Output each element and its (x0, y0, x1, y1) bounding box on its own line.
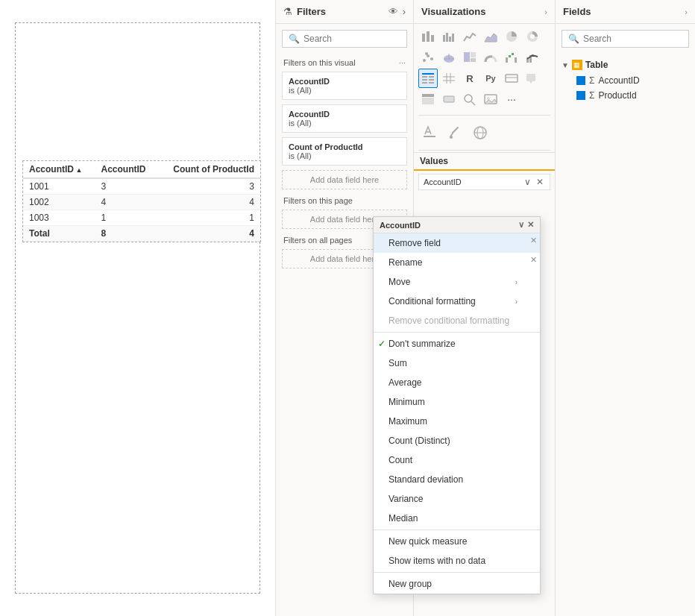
menu-separator-1 (374, 332, 540, 333)
cf-arrow: › (515, 298, 518, 306)
menu-new-group[interactable]: New group (374, 574, 540, 594)
filters-eye-icon[interactable]: 👁 (389, 6, 398, 17)
field-pill-close[interactable]: ✕ (535, 177, 545, 187)
more-options[interactable]: ··· (399, 58, 406, 67)
context-chevron-down[interactable]: ∨ (518, 220, 524, 230)
menu-rename[interactable]: Rename ✕ (374, 253, 540, 272)
format-icon[interactable] (418, 122, 441, 144)
viz-map[interactable] (439, 48, 459, 67)
field-item-accountid[interactable]: Σ AccountID (556, 73, 695, 88)
menu-new-quick-measure[interactable]: New quick measure (374, 532, 540, 551)
viz-combo[interactable] (523, 48, 542, 67)
col-header-accountid1[interactable]: AccountID (23, 161, 95, 178)
viz-stacked-bar[interactable] (418, 27, 438, 46)
viz-scatter[interactable] (418, 48, 438, 67)
menu-conditional-formatting[interactable]: Conditional formatting › (374, 292, 540, 311)
field-pill-dropdown[interactable]: ∨ (523, 177, 532, 187)
menu-close-btn[interactable]: ✕ (530, 236, 537, 245)
canvas-border (15, 22, 260, 594)
filters-title: Filters (297, 6, 384, 17)
viz-matrix[interactable] (439, 69, 459, 88)
menu-minimum[interactable]: Minimum (374, 392, 540, 412)
svg-point-43 (465, 95, 472, 102)
svg-rect-29 (429, 79, 434, 81)
filter-card-2: AccountID is (All) (282, 104, 407, 133)
viz-bottom-icons (414, 117, 555, 148)
menu-std-dev[interactable]: Standard deviation (374, 470, 540, 489)
svg-rect-21 (512, 53, 514, 55)
menu-count-distinct[interactable]: Count (Distinct) (374, 431, 540, 450)
viz-r-script[interactable]: R (460, 69, 479, 88)
menu-remove-field[interactable]: Remove field ✕ (374, 233, 540, 253)
menu-rename-close[interactable]: ✕ (530, 255, 537, 265)
filters-search-input[interactable] (304, 34, 400, 44)
svg-point-14 (425, 52, 428, 55)
fields-panel: Fields › 🔍 ▼ ▦ Table Σ AccountID Σ Produ… (556, 0, 695, 616)
menu-average[interactable]: Average (374, 373, 540, 392)
viz-area-chart[interactable] (481, 27, 500, 46)
add-data-visual[interactable]: Add data field here (282, 170, 407, 189)
viz-more[interactable]: ··· (502, 89, 521, 109)
svg-line-44 (471, 101, 475, 105)
svg-marker-7 (485, 34, 497, 42)
viz-line-chart[interactable] (460, 27, 479, 46)
filter-field-name: AccountID (289, 110, 400, 119)
menu-dont-summarize[interactable]: Don't summarize (374, 334, 540, 353)
viz-waterfall[interactable] (502, 48, 521, 67)
menu-median[interactable]: Median (374, 509, 540, 528)
col-header-count[interactable]: Count of ProductId (157, 161, 260, 178)
viz-card[interactable] (439, 89, 459, 109)
viz-gauge[interactable] (481, 48, 500, 67)
total-col2: 8 (95, 226, 158, 242)
paintbrush-icon[interactable] (444, 122, 466, 144)
svg-rect-0 (422, 34, 425, 42)
col-header-accountid2[interactable]: AccountID (95, 161, 158, 178)
field-checkbox-productid[interactable] (576, 91, 585, 100)
values-label: Values (414, 152, 555, 171)
viz-qa[interactable] (460, 89, 479, 109)
context-menu: AccountID ∨ ✕ Remove field ✕ Rename ✕ Mo… (373, 216, 541, 594)
viz-python-script[interactable]: Py (481, 69, 500, 88)
fields-search-box[interactable]: 🔍 (562, 30, 689, 48)
field-checkbox-accountid[interactable] (576, 76, 585, 85)
viz-icons-container: R Py (414, 24, 555, 113)
viz-header: Visualizations › (414, 0, 555, 24)
fields-expand-icon[interactable]: › (685, 7, 688, 16)
viz-clustered-bar[interactable] (439, 27, 459, 46)
svg-rect-16 (464, 52, 470, 62)
menu-maximum[interactable]: Maximum (374, 412, 540, 431)
search-icon: 🔍 (289, 34, 300, 44)
viz-expand-icon[interactable]: › (544, 7, 547, 16)
viz-pie-chart[interactable] (502, 27, 521, 46)
menu-count[interactable]: Count (374, 450, 540, 470)
data-visual: AccountID AccountID Count of ProductId 1… (22, 160, 261, 242)
table-row: 1001 3 3 (23, 178, 260, 195)
svg-rect-6 (452, 34, 454, 42)
viz-image[interactable] (481, 89, 500, 109)
context-close[interactable]: ✕ (527, 220, 534, 230)
table-tree-header[interactable]: ▼ ▦ Table (556, 57, 695, 73)
fields-title: Fields (563, 6, 680, 17)
filters-expand-icon[interactable]: › (403, 6, 406, 17)
table-name: Table (585, 60, 608, 70)
viz-divider-2 (418, 150, 550, 151)
field-item-productid[interactable]: Σ ProductId (556, 88, 695, 103)
cell: 1 (95, 210, 158, 226)
viz-kpi[interactable] (418, 89, 438, 109)
cell: 4 (95, 195, 158, 210)
svg-rect-42 (444, 96, 454, 102)
field-name-productid: ProductId (598, 90, 636, 101)
viz-donut-chart[interactable] (523, 27, 542, 46)
filters-search-box[interactable]: 🔍 (282, 30, 407, 48)
viz-smart-narrative[interactable] (523, 69, 542, 88)
analytics-icon[interactable] (469, 122, 491, 144)
menu-variance[interactable]: Variance (374, 489, 540, 509)
fields-search-input[interactable] (583, 34, 682, 44)
viz-treemap[interactable] (460, 48, 479, 67)
menu-sum[interactable]: Sum (374, 353, 540, 373)
viz-table-icon[interactable] (418, 69, 438, 88)
viz-web-content[interactable] (502, 69, 521, 88)
menu-show-no-data[interactable]: Show items with no data (374, 551, 540, 571)
menu-move[interactable]: Move › (374, 272, 540, 292)
fields-tree: ▼ ▦ Table Σ AccountID Σ ProductId (556, 54, 695, 106)
